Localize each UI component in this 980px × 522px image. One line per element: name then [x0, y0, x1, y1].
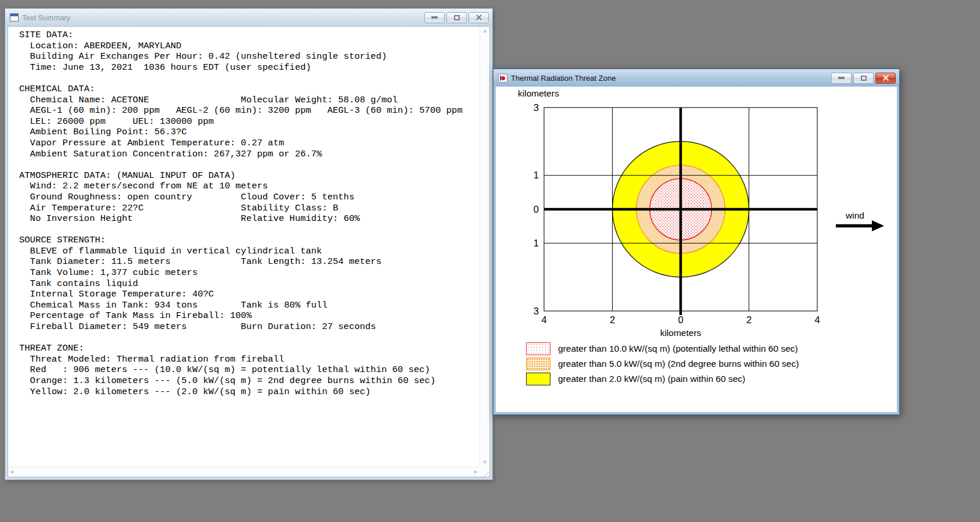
text-summary-window: Text Summary SITE DATA: Location: ABERDE…: [5, 8, 493, 480]
legend-label: greater than 5.0 kW/(sq m) (2nd degree b…: [558, 359, 799, 369]
threat-zone-titlebar[interactable]: Thermal Radiation Threat Zone: [493, 69, 899, 87]
maximize-icon: [454, 15, 460, 20]
legend-row: greater than 10.0 kW/(sq m) (potentially…: [526, 342, 799, 355]
legend-row: greater than 5.0 kW/(sq m) (2nd degree b…: [526, 357, 799, 370]
window-controls: [831, 73, 896, 84]
scroll-up-icon[interactable]: ▲: [483, 28, 487, 33]
scrollbar-corner: [480, 467, 489, 477]
y-tick-label: 0: [534, 204, 539, 214]
text-summary-window-title: Text Summary: [22, 13, 424, 22]
window-controls: [424, 12, 489, 23]
legend-swatch-orange-dots: [526, 357, 550, 370]
summary-text: SITE DATA: Location: ABERDEEN, MARYLAND …: [8, 27, 480, 467]
threat-zone-window: Thermal Radiation Threat Zone kilometers…: [493, 69, 900, 415]
horizontal-scrollbar[interactable]: ◀ ▶: [8, 467, 480, 477]
scroll-left-icon[interactable]: ◀: [10, 470, 13, 474]
resize-grip-icon[interactable]: [481, 469, 489, 476]
vertical-scrollbar[interactable]: ▲ ▼: [480, 27, 489, 467]
minimize-icon: [431, 16, 438, 19]
text-summary-content: SITE DATA: Location: ABERDEEN, MARYLAND …: [8, 26, 490, 477]
text-summary-window-icon: [10, 13, 19, 22]
y-tick-label: 1: [534, 238, 539, 248]
close-button[interactable]: [468, 12, 489, 23]
close-icon: [475, 15, 482, 21]
close-icon: [882, 75, 889, 81]
y-axis-unit-label: kilometers: [518, 88, 559, 98]
maximize-button[interactable]: [853, 73, 874, 84]
threat-zone-window-title: Thermal Radiation Threat Zone: [511, 74, 831, 83]
minimize-button[interactable]: [831, 73, 852, 84]
threat-zone-legend: greater than 10.0 kW/(sq m) (potentially…: [526, 342, 799, 385]
x-tick-label: 0: [678, 314, 683, 325]
close-button[interactable]: [875, 73, 896, 84]
threat-zone-content: kilometers kilometers wind 4202431013 gr…: [496, 87, 897, 412]
y-tick-label: 1: [534, 170, 539, 180]
maximize-button[interactable]: [446, 12, 467, 23]
threat-plot-icon: [498, 74, 507, 83]
y-tick-label: 3: [534, 306, 539, 316]
legend-swatch-red-dots: [526, 342, 550, 355]
threat-zone-plot: kilometers kilometers wind 4202431013: [496, 87, 898, 341]
scroll-right-icon[interactable]: ▶: [474, 470, 478, 474]
x-tick-label: 2: [746, 314, 752, 325]
x-tick-label: 4: [814, 314, 820, 325]
y-tick-label: 3: [534, 102, 539, 113]
x-tick-label: 4: [541, 314, 546, 325]
minimize-icon: [838, 77, 845, 79]
legend-label: greater than 10.0 kW/(sq m) (potentially…: [558, 344, 798, 354]
wind-label: wind: [845, 210, 864, 220]
wind-arrow-head: [872, 220, 884, 231]
desktop: { "desktop": { "background": "#7f7f7f" }…: [0, 0, 980, 522]
legend-label: greater than 2.0 kW/(sq m) (pain within …: [558, 374, 745, 384]
legend-swatch-yellow-solid: [526, 373, 550, 385]
scroll-down-icon[interactable]: ▼: [483, 460, 487, 465]
text-summary-titlebar[interactable]: Text Summary: [5, 9, 492, 26]
maximize-icon: [861, 76, 867, 81]
x-tick-label: 2: [610, 314, 615, 325]
minimize-button[interactable]: [424, 12, 445, 23]
legend-row: greater than 2.0 kW/(sq m) (pain within …: [526, 373, 799, 385]
x-axis-unit-label: kilometers: [660, 328, 702, 338]
